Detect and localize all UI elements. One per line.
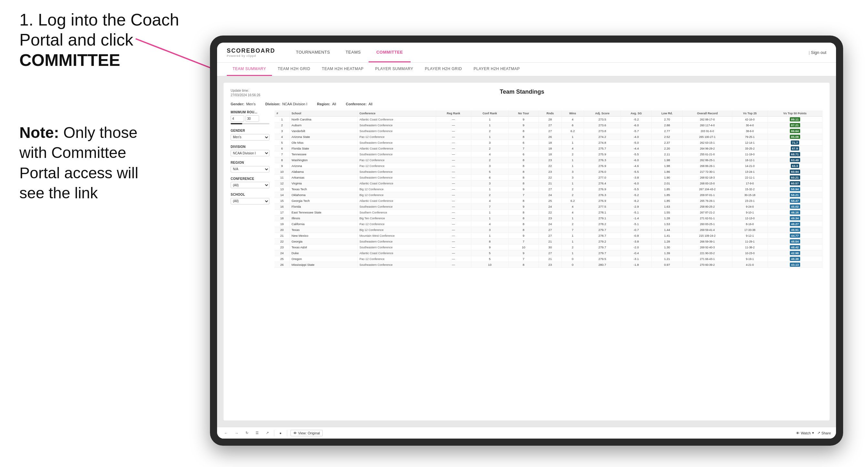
- cell-vs-top50: 43.13: [768, 262, 822, 268]
- cell-conf-rank: 4: [471, 221, 508, 227]
- col-no-tour: No Tour: [508, 111, 538, 117]
- cell-school: Texas A&M: [289, 245, 357, 250]
- toolbar-forward[interactable]: →: [233, 430, 240, 436]
- region-filter-label: Region: [231, 161, 270, 164]
- cell-rank: 15: [275, 198, 289, 204]
- sub-nav-team-h2h-grid[interactable]: TEAM H2H GRID: [272, 63, 316, 76]
- col-vs-top50: Vs Top 50 Points: [768, 111, 822, 117]
- nav-teams[interactable]: TEAMS: [338, 43, 369, 62]
- cell-avg-sg: -5.0: [621, 140, 652, 146]
- col-avg-sg: Avg. SG: [621, 111, 652, 117]
- gender-filter-label: Gender: [231, 129, 270, 132]
- cell-vs-top50: 46.91: [768, 227, 822, 233]
- cell-adj-score: 274.8: [584, 140, 621, 146]
- nav-committee[interactable]: COMMITTEE: [369, 43, 411, 62]
- cell-no-tour: 8: [508, 221, 538, 227]
- cell-vs-top25: 79-25-1: [732, 134, 768, 140]
- cell-rnds: 24: [538, 192, 561, 198]
- min-rounds-slider[interactable]: [231, 123, 270, 124]
- toolbar-clock[interactable]: ●: [278, 430, 284, 436]
- cell-rank: 23: [275, 245, 289, 250]
- cell-school: Oklahoma: [289, 192, 357, 198]
- cell-adj-score: 279.7: [584, 250, 621, 256]
- cell-vs-top50: 48.27: [768, 221, 822, 227]
- page-container: 1. Log into the Coach Portal and click C…: [0, 0, 868, 467]
- cell-conference: Mountain West Conference: [357, 233, 436, 239]
- sub-nav-player-h2h-heatmap[interactable]: PLAYER H2H HEATMAP: [468, 63, 526, 76]
- sign-out-link[interactable]: | Sign out: [809, 50, 826, 55]
- table-row: 1 North Carolina Atlantic Coast Conferen…: [275, 117, 823, 122]
- cell-school: Georgia Tech: [289, 198, 357, 204]
- cell-rank: 18: [275, 215, 289, 221]
- cell-conference: Southeastern Conference: [357, 122, 436, 128]
- cell-adj-score: 276.9: [584, 163, 621, 169]
- cell-conf-rank: 1: [471, 186, 508, 192]
- cell-overall: 217 72-30-1: [683, 169, 732, 175]
- table-row: 16 Florida Southeastern Conference — 7 9…: [275, 204, 823, 210]
- cell-no-tour: 8: [508, 198, 538, 204]
- toolbar-refresh[interactable]: ↻: [244, 430, 250, 436]
- cell-overall: 268 86-26-1: [683, 163, 732, 169]
- nav-tournaments[interactable]: TOURNAMENTS: [288, 43, 338, 62]
- cell-overall: 271 66-43-1: [683, 256, 732, 262]
- cell-reg-rank: —: [436, 245, 471, 250]
- gender-value: Men's: [246, 102, 255, 106]
- cell-low-rd: 0.97: [652, 262, 683, 268]
- sub-nav-team-h2h-heatmap[interactable]: TEAM H2H HEATMAP: [316, 63, 369, 76]
- cell-no-tour: 7: [508, 192, 538, 198]
- cell-reg-rank: —: [436, 134, 471, 140]
- cell-low-rd: 1.53: [652, 221, 683, 227]
- toolbar-bookmark[interactable]: ☰: [254, 430, 261, 436]
- cell-conference: Big 12 Conference: [357, 186, 436, 192]
- cell-overall: 270 60-39-2: [683, 262, 732, 268]
- toolbar-back[interactable]: ←: [222, 430, 230, 436]
- cell-overall: 255 61-21-0: [683, 152, 732, 157]
- cell-no-tour: 7: [508, 256, 538, 262]
- sub-nav-team-summary[interactable]: TEAM SUMMARY: [227, 63, 272, 76]
- share-btn[interactable]: ↗ Share: [817, 431, 831, 435]
- conference-select[interactable]: (All): [231, 182, 270, 188]
- cell-vs-top25: 33-25-2: [732, 146, 768, 152]
- cell-wins: 2: [561, 192, 584, 198]
- min-rounds-min[interactable]: [231, 115, 244, 122]
- view-original-btn[interactable]: 👁 View: Original: [290, 430, 323, 436]
- cell-low-rd: 1.86: [652, 169, 683, 175]
- division-select[interactable]: NCAA Division I: [231, 150, 270, 156]
- cell-school: Illinois: [289, 215, 357, 221]
- cell-adj-score: 276.9: [584, 198, 621, 204]
- table-row: 6 Florida State Atlantic Coast Conferenc…: [275, 146, 823, 152]
- table-row: 3 Vanderbilt Southeastern Conference — 2…: [275, 128, 823, 134]
- min-rounds-max[interactable]: [246, 115, 259, 122]
- school-select[interactable]: (All): [231, 198, 270, 205]
- cell-adj-score: 276.0: [584, 169, 621, 175]
- sub-nav-player-summary[interactable]: PLAYER SUMMARY: [369, 63, 419, 76]
- cell-avg-sg: -5.1: [621, 221, 652, 227]
- committee-bold: COMMITTEE: [20, 51, 120, 69]
- sub-nav-player-h2h-grid[interactable]: PLAYER H2H GRID: [419, 63, 468, 76]
- cell-avg-sg: -5.5: [621, 152, 652, 157]
- watch-btn[interactable]: 👁 Watch ▾: [796, 431, 814, 435]
- cell-no-tour: 8: [508, 163, 538, 169]
- cell-low-rd: 1.28: [652, 239, 683, 245]
- division-filter: Division NCAA Division I: [231, 145, 270, 157]
- cell-wins: 4: [561, 204, 584, 210]
- region-select[interactable]: N/A: [231, 166, 270, 173]
- cell-no-tour: 9: [508, 122, 538, 128]
- cell-conference: Pac-12 Conference: [357, 256, 436, 262]
- col-rank: #: [275, 111, 289, 117]
- toolbar-share-icon[interactable]: ↗: [264, 430, 271, 436]
- cell-conference: Atlantic Coast Conference: [357, 250, 436, 256]
- cell-rank: 20: [275, 227, 289, 233]
- gender-select[interactable]: Men's: [231, 134, 270, 141]
- cell-vs-top50: 44.77: [768, 233, 822, 239]
- cell-adj-score: 277.5: [584, 204, 621, 210]
- cell-conference: Atlantic Coast Conference: [357, 198, 436, 204]
- cell-vs-top25: 9-12-1: [732, 233, 768, 239]
- cell-vs-top50: 63.3: [768, 163, 822, 169]
- slider-fill: [231, 123, 242, 124]
- col-conf-rank: Conf Rank: [471, 111, 508, 117]
- cell-low-rd: 1.41: [652, 233, 683, 239]
- cell-reg-rank: —: [436, 128, 471, 134]
- cell-avg-sg: -0.8: [621, 233, 652, 239]
- table-row: 23 Texas A&M Southeastern Conference — 9…: [275, 245, 823, 250]
